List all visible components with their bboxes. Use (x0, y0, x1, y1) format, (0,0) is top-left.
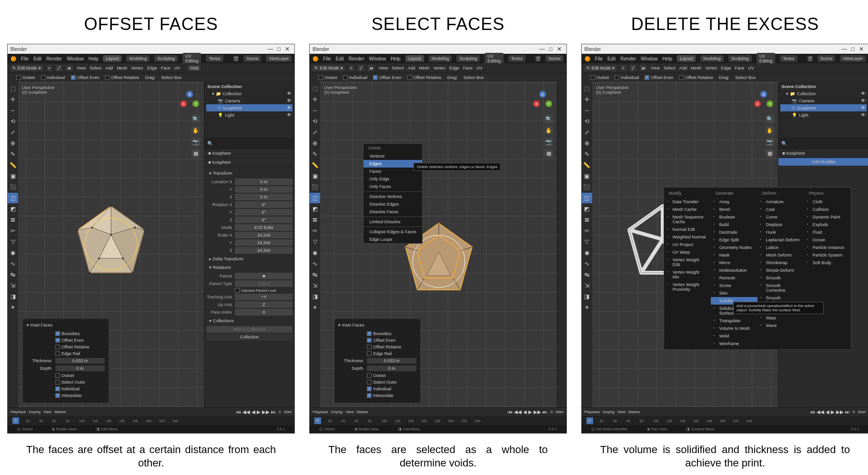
modifier-particle-system[interactable]: Particle System (804, 251, 851, 259)
modifier-cast[interactable]: Cast (757, 206, 804, 213)
select-mode-face[interactable]: ▰ (66, 65, 73, 71)
modifier-curve[interactable]: Curve (757, 213, 804, 221)
next-key[interactable]: ▶▶ (262, 409, 270, 415)
prev-key[interactable]: ◀◀ (242, 409, 250, 415)
vertex-menu[interactable]: Vertex (131, 66, 143, 70)
tool-slide[interactable]: ↹ (8, 269, 18, 280)
modifier-mirror[interactable]: Mirror (711, 259, 757, 267)
tool-select[interactable]: ⬚ (8, 83, 18, 94)
tool-knife[interactable]: ✂ (8, 226, 18, 236)
tool-scale[interactable]: ⤢ (8, 127, 18, 138)
individual-check[interactable] (41, 75, 46, 80)
tool-add[interactable]: ▣ (8, 171, 18, 181)
transform-section[interactable]: ▾ Transform (206, 169, 293, 178)
pan-icon[interactable]: ✋ (192, 126, 200, 135)
tool-transform[interactable]: ⊕ (8, 138, 18, 148)
close-button[interactable]: ✕ (283, 46, 292, 52)
modifier-weighted-normal[interactable]: Weighted Normal (664, 233, 711, 241)
modifier-vertex-weight-proximity[interactable]: Vertex Weight Proximity (664, 281, 711, 293)
blender-icon[interactable]: 🟠 (313, 56, 318, 61)
up-axis[interactable]: Z (235, 301, 293, 308)
icosphere-row[interactable]: ▽ Icosphere👁 (206, 104, 293, 111)
select-mode-edge[interactable]: ╱ (56, 65, 62, 71)
modifier-data-transfer[interactable]: Data Transfer (664, 198, 711, 206)
view-menu[interactable]: View (77, 66, 86, 70)
edge-loops[interactable]: Edge Loops (363, 236, 422, 243)
select-box-dropdown[interactable]: Select Box (161, 75, 182, 80)
render-menu[interactable]: Render (46, 56, 62, 61)
tool-shear[interactable]: ◨ (8, 291, 18, 302)
play-rev[interactable]: ◀ (252, 409, 255, 415)
offseteven-check[interactable] (55, 338, 60, 343)
scale-x[interactable]: 24.244 (235, 232, 293, 238)
blender-icon[interactable]: 🟠 (585, 56, 590, 61)
scene-collection[interactable]: Scene Collection (206, 83, 293, 90)
rot-x[interactable]: 0° (235, 201, 293, 208)
boundary-check[interactable] (55, 331, 60, 336)
pass-index[interactable]: 0 (235, 309, 293, 316)
tool-spin[interactable]: ◉ (8, 247, 18, 258)
modifier-lattice[interactable]: Lattice (757, 244, 804, 251)
mesh-menu[interactable]: Mesh (117, 66, 127, 70)
modifier-armature[interactable]: Armature (757, 198, 804, 206)
modifier-bevel[interactable]: Bevel (711, 206, 757, 213)
help-menu[interactable]: Help (89, 56, 99, 61)
tool-smooth[interactable]: ∿ (8, 258, 18, 269)
modifier-particle-instance[interactable]: Particle Instance (804, 244, 851, 251)
modifier-normal-edit[interactable]: Normal Edit (664, 226, 711, 233)
tool-extrude[interactable]: ⬛ (8, 182, 18, 192)
camera-icon[interactable]: 📷 (192, 138, 200, 146)
modifier-triangulate[interactable]: Triangulate (711, 317, 757, 325)
edge-menu[interactable]: Edge (147, 66, 157, 70)
modifier-boolean[interactable]: Boolean (711, 213, 757, 221)
parent-field[interactable]: ■ (235, 273, 293, 279)
modifier-collision[interactable]: Collision (804, 206, 851, 213)
rot-y[interactable]: 0° (235, 209, 293, 216)
offset-relative-check[interactable] (105, 75, 110, 80)
modifier-mesh-cache[interactable]: Mesh Cache (664, 206, 711, 213)
tool-loop-cut[interactable]: 〓 (8, 215, 18, 225)
modifier-uv-project[interactable]: UV Project (664, 241, 711, 248)
thickness-input[interactable]: 0.033 m (55, 358, 105, 364)
modifier-geometry-nodes[interactable]: Geometry Nodes (711, 244, 757, 251)
add-collection[interactable]: Add to Collection (206, 326, 293, 333)
tool-cursor[interactable]: ✛ (8, 94, 18, 105)
modifier-remesh[interactable]: Remesh (711, 274, 757, 282)
offsetrel-check[interactable] (55, 345, 60, 349)
individual-check2[interactable] (55, 386, 60, 391)
relations-section[interactable]: ▾ Relations (206, 263, 293, 272)
camlock-check[interactable] (235, 288, 240, 293)
face-menu[interactable]: Face (161, 66, 171, 70)
workspace-layout[interactable]: Layout (103, 55, 121, 62)
modifier-vertex-weight-mix[interactable]: Vertex Weight Mix (664, 268, 711, 281)
max-btn[interactable]: □ (546, 46, 555, 52)
modifier-hook[interactable]: Hook (757, 228, 804, 236)
tool-rotate[interactable]: ⟲ (8, 116, 18, 127)
collections-section[interactable]: ▾ Collections (206, 317, 293, 325)
modifier-wave[interactable]: Wave (757, 322, 804, 329)
dissolve-verts[interactable]: Dissolve Vertices (363, 193, 422, 200)
uv-menu[interactable]: UV (174, 66, 181, 70)
marker-menu[interactable]: Marker (54, 410, 66, 414)
modifier-dynamic-paint[interactable]: Dynamic Paint (804, 213, 851, 221)
modifier-array[interactable]: Array (711, 198, 757, 206)
dissolve-faces[interactable]: Dissolve Faces (363, 208, 422, 216)
parent-type[interactable]: Object (235, 280, 293, 287)
window-menu[interactable]: Window (67, 56, 84, 61)
viewlayer-selector[interactable]: ViewLayer (266, 55, 292, 62)
workspace-sculpting[interactable]: Sculpting (154, 55, 178, 62)
close-btn[interactable]: ✕ (555, 46, 564, 52)
modifier-warp[interactable]: Warp (757, 314, 804, 322)
modifier-build[interactable]: Build (711, 221, 757, 228)
3d-viewport[interactable]: User Perspective(0) Icosphere XYZ 🔍✋📷▦ D… (320, 81, 556, 407)
limited-dissolve[interactable]: Limited Dissolve (363, 218, 422, 226)
modifier-weld[interactable]: Weld (711, 332, 757, 340)
jump-end[interactable]: ⏭ (271, 409, 276, 415)
tool-rip[interactable]: ✴ (8, 302, 18, 313)
selectouter-check[interactable] (55, 380, 60, 385)
jump-start[interactable]: ⏮ (236, 409, 241, 415)
props-search[interactable]: 🔍 (204, 139, 294, 149)
tool-shrink[interactable]: ⇲ (8, 280, 18, 291)
modifier-uv-warp[interactable]: UV Warp (664, 248, 711, 256)
tool-annotate[interactable]: ✎ (8, 149, 18, 159)
